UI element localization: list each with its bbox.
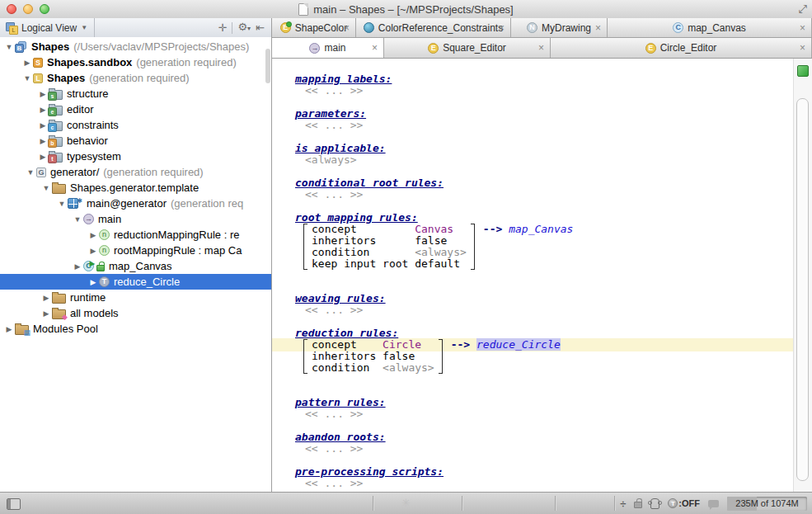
- tree-item-main[interactable]: ▼→main: [0, 211, 271, 227]
- close-tab-icon[interactable]: ×: [800, 23, 805, 33]
- expand-icon[interactable]: ▶: [21, 59, 33, 67]
- editor-section-header[interactable]: root mapping rules:: [295, 211, 418, 224]
- expand-icon[interactable]: ▶: [87, 231, 99, 239]
- close-tab-icon[interactable]: ×: [372, 43, 378, 53]
- typesystem-toggle[interactable]: T :OFF: [668, 498, 700, 508]
- collapse-icon[interactable]: ▼: [72, 215, 83, 224]
- tree-item-all-models[interactable]: ▶◆all models: [0, 305, 271, 321]
- expand-icon[interactable]: ▶: [37, 106, 49, 114]
- aspect-folder-icon: e: [49, 103, 63, 116]
- editor-section-header[interactable]: mapping labels:: [295, 73, 392, 85]
- notification-bubble-icon[interactable]: [708, 500, 719, 507]
- tree-item-behavior[interactable]: ▶bbehavior: [0, 133, 271, 149]
- tree-item-reductionMappingRule-re[interactable]: ▶nreductionMappingRule : re: [0, 227, 271, 243]
- tree-item-Shapes[interactable]: ▼BShapes(/Users/vaclav/MPSProjects/Shape…: [0, 39, 271, 54]
- tab-ShapeColor[interactable]: EShapeColor×: [272, 18, 356, 37]
- rule-consequence[interactable]: --> reduce_Circle: [451, 339, 561, 351]
- tab-Circle_Editor[interactable]: ECircle_Editor×: [551, 38, 812, 58]
- editor-placeholder-cell[interactable]: <always>: [305, 153, 357, 166]
- editor-section-header[interactable]: pattern rules:: [295, 396, 386, 408]
- tree-item-editor[interactable]: ▶eeditor: [0, 101, 271, 117]
- rule-target[interactable]: map_Canvas: [509, 223, 573, 235]
- tree-item-runtime[interactable]: ▶runtime: [0, 290, 271, 305]
- tree-item-reduce_Circle[interactable]: ▶Treduce_Circle: [0, 274, 271, 290]
- rule-property-row[interactable]: keep input rootdefault: [312, 258, 467, 270]
- editor-placeholder-cell[interactable]: << ... >>: [305, 304, 363, 316]
- tab-MyDrawing[interactable]: NMyDrawing×: [511, 18, 608, 37]
- close-tab-icon[interactable]: ×: [595, 23, 601, 33]
- tree-item-Shapes.sandbox[interactable]: ▶SShapes.sandbox(generation required): [0, 54, 271, 70]
- editor-placeholder-cell[interactable]: << ... >>: [305, 188, 363, 200]
- close-tab-icon[interactable]: ×: [800, 43, 805, 53]
- tree-item-Shapes[interactable]: ▼LShapes(generation required): [0, 70, 271, 86]
- tree-item-generator-[interactable]: ▼Ggenerator/(generation required): [0, 164, 271, 180]
- memory-indicator[interactable]: 235M of 1074M: [727, 497, 807, 511]
- editor-section-header[interactable]: is applicable:: [295, 142, 386, 154]
- expand-icon[interactable]: ▶: [40, 309, 52, 318]
- expand-icon[interactable]: ▶: [72, 262, 83, 271]
- rule-consequence[interactable]: --> map_Canvas: [483, 224, 574, 235]
- generator-icon: G: [36, 167, 46, 177]
- editor-placeholder-cell[interactable]: << ... >>: [305, 84, 363, 97]
- tree-item-Modules-Pool[interactable]: ▶▦Modules Pool: [0, 321, 271, 337]
- lock-icon[interactable]: [634, 498, 642, 508]
- rule-target[interactable]: reduce_Circle: [476, 338, 561, 351]
- editor-section-header[interactable]: parameters:: [295, 107, 366, 120]
- collapse-icon[interactable]: ▼: [3, 43, 15, 51]
- editor-placeholder-cell[interactable]: << ... >>: [305, 477, 363, 489]
- rule-property-row[interactable]: conceptCanvas: [312, 224, 467, 235]
- split-handle-icon[interactable]: ÷: [620, 497, 626, 510]
- tab-map_Canvas[interactable]: Cmap_Canvas×: [608, 18, 812, 37]
- tree-item-structure[interactable]: ▶sstructure: [0, 86, 271, 101]
- expand-icon[interactable]: ▶: [37, 137, 49, 145]
- hector-inspector-icon[interactable]: [650, 498, 659, 509]
- tree-item-map_Canvas[interactable]: ▶C▶map_Canvas: [0, 258, 271, 274]
- window-title: main – Shapes – [~/MPSProjects/Shapes]: [313, 3, 513, 16]
- editor-section-header[interactable]: conditional root rules:: [295, 177, 444, 189]
- hide-panel-icon[interactable]: ⇤: [256, 22, 265, 34]
- rule-block[interactable]: conceptCanvasinheritorsfalsecondition<al…: [303, 224, 793, 270]
- collapse-icon[interactable]: ▼: [21, 74, 33, 83]
- tab-Square_Editor[interactable]: ESquare_Editor×: [384, 38, 551, 58]
- tree-item-Shapes.generator.template[interactable]: ▼Shapes.generator.template: [0, 180, 271, 196]
- tab-ColorReference_Constraints[interactable]: ColorReference_Constraints×: [356, 18, 511, 37]
- tree-item-main@generator[interactable]: ▼✱main@generator(generation req: [0, 196, 271, 211]
- tree-item-constraints[interactable]: ▶cconstraints: [0, 117, 271, 133]
- rule-property-row[interactable]: inheritorsfalse: [312, 235, 467, 247]
- toolwindow-toggle-icon[interactable]: [7, 498, 21, 510]
- rule-property-row[interactable]: inheritorsfalse: [312, 351, 434, 362]
- expand-icon[interactable]: ▶: [87, 278, 99, 286]
- collapse-icon[interactable]: ▼: [56, 200, 68, 208]
- tab-main[interactable]: →main×: [272, 38, 384, 58]
- expand-icon[interactable]: ▶: [37, 121, 49, 130]
- editor-placeholder-cell[interactable]: << ... >>: [305, 408, 363, 420]
- rule-property-row[interactable]: condition<always>: [312, 362, 434, 374]
- collapse-icon[interactable]: ▼: [25, 168, 36, 177]
- expand-icon[interactable]: ▶: [3, 325, 15, 333]
- editor-section-header[interactable]: abandon roots:: [295, 431, 386, 443]
- editor-placeholder-cell[interactable]: << ... >>: [305, 442, 363, 455]
- collapse-icon[interactable]: ▼: [40, 184, 52, 192]
- editor-section-header[interactable]: weaving rules:: [295, 292, 386, 304]
- editor-section-header[interactable]: pre-processing scripts:: [295, 465, 444, 478]
- editor-placeholder-cell[interactable]: << ... >>: [305, 119, 363, 131]
- settings-gear-icon[interactable]: ⚙▾: [237, 21, 251, 35]
- expand-icon[interactable]: ▶: [40, 294, 52, 302]
- scroll-from-source-icon[interactable]: ✛: [218, 22, 228, 34]
- editor-section-header[interactable]: reduction rules:: [295, 327, 398, 339]
- expand-icon[interactable]: ▶: [37, 153, 49, 161]
- view-selector-dropdown[interactable]: sL Logical View ▼: [0, 18, 95, 37]
- fullscreen-icon[interactable]: ⤢: [799, 2, 807, 16]
- close-tab-icon[interactable]: ×: [538, 43, 544, 53]
- close-tab-icon[interactable]: ×: [344, 23, 350, 33]
- tree-item-typesystem[interactable]: ▶ttypesystem: [0, 149, 271, 164]
- editor-content[interactable]: mapping labels:<< ... >>parameters:<< ..…: [272, 59, 793, 493]
- expand-icon[interactable]: ▶: [87, 247, 99, 255]
- tree-item-rootMappingRule-map-Ca[interactable]: ▶nrootMappingRule : map Ca: [0, 243, 271, 258]
- rule-property-row[interactable]: conceptCircle: [312, 339, 434, 351]
- rule-property-row[interactable]: condition<always>: [312, 247, 467, 258]
- close-tab-icon[interactable]: ×: [499, 23, 505, 33]
- editor-scrollbar-thumb[interactable]: [796, 98, 809, 481]
- rule-block[interactable]: conceptCircleinheritorsfalsecondition<al…: [303, 339, 793, 374]
- expand-icon[interactable]: ▶: [37, 90, 49, 98]
